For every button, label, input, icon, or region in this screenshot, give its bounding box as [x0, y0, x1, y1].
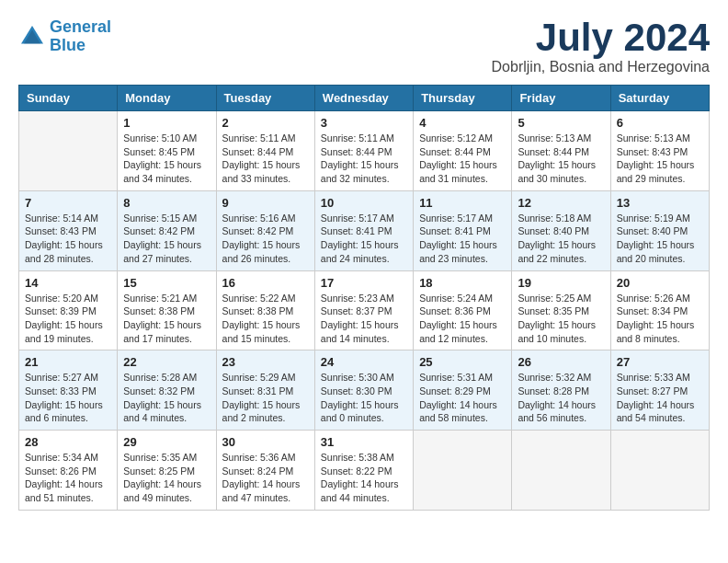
day-info: Sunrise: 5:17 AMSunset: 8:41 PMDaylight:…: [321, 212, 407, 266]
table-row: 2 Sunrise: 5:11 AMSunset: 8:44 PMDayligh…: [216, 111, 314, 191]
month-title: July 2024: [492, 18, 710, 57]
day-info: Sunrise: 5:18 AMSunset: 8:40 PMDaylight:…: [518, 212, 604, 266]
day-number: 12: [518, 196, 604, 210]
day-number: 4: [419, 116, 506, 130]
table-row: 11 Sunrise: 5:17 AMSunset: 8:41 PMDaylig…: [414, 190, 512, 270]
day-number: 10: [321, 196, 407, 210]
header-saturday: Saturday: [610, 86, 709, 111]
day-info: Sunrise: 5:11 AMSunset: 8:44 PMDaylight:…: [321, 132, 407, 186]
day-info: Sunrise: 5:12 AMSunset: 8:44 PMDaylight:…: [419, 132, 506, 186]
day-number: 7: [25, 196, 111, 210]
day-number: 3: [321, 116, 407, 130]
day-info: Sunrise: 5:34 AMSunset: 8:26 PMDaylight:…: [25, 451, 111, 505]
header-monday: Monday: [118, 86, 216, 111]
logo-icon: [18, 23, 46, 51]
day-info: Sunrise: 5:24 AMSunset: 8:36 PMDaylight:…: [419, 292, 506, 346]
day-info: Sunrise: 5:33 AMSunset: 8:27 PMDaylight:…: [617, 371, 703, 425]
table-row: 14 Sunrise: 5:20 AMSunset: 8:39 PMDaylig…: [19, 270, 118, 350]
day-number: 6: [617, 116, 703, 130]
calendar-week-row: 14 Sunrise: 5:20 AMSunset: 8:39 PMDaylig…: [19, 270, 710, 350]
table-row: 17 Sunrise: 5:23 AMSunset: 8:37 PMDaylig…: [314, 270, 413, 350]
weekday-header-row: Sunday Monday Tuesday Wednesday Thursday…: [19, 86, 710, 111]
day-info: Sunrise: 5:32 AMSunset: 8:28 PMDaylight:…: [518, 371, 604, 425]
calendar-week-row: 21 Sunrise: 5:27 AMSunset: 8:33 PMDaylig…: [19, 350, 710, 431]
day-number: 17: [321, 276, 407, 290]
day-info: Sunrise: 5:36 AMSunset: 8:24 PMDaylight:…: [222, 451, 309, 505]
table-row: 13 Sunrise: 5:19 AMSunset: 8:40 PMDaylig…: [610, 190, 709, 270]
day-info: Sunrise: 5:27 AMSunset: 8:33 PMDaylight:…: [25, 371, 111, 425]
table-row: 12 Sunrise: 5:18 AMSunset: 8:40 PMDaylig…: [512, 190, 610, 270]
header-wednesday: Wednesday: [314, 86, 413, 111]
table-row: 22 Sunrise: 5:28 AMSunset: 8:32 PMDaylig…: [118, 350, 216, 431]
day-number: 14: [25, 276, 111, 290]
calendar-title-area: July 2024 Dobrljin, Bosnia and Herzegovi…: [492, 18, 710, 75]
day-number: 29: [123, 435, 210, 449]
day-number: 30: [222, 435, 309, 449]
day-info: Sunrise: 5:31 AMSunset: 8:29 PMDaylight:…: [419, 371, 506, 425]
day-number: 31: [321, 435, 407, 449]
day-number: 13: [617, 196, 703, 210]
day-info: Sunrise: 5:15 AMSunset: 8:42 PMDaylight:…: [123, 212, 210, 266]
table-row: 29 Sunrise: 5:35 AMSunset: 8:25 PMDaylig…: [118, 431, 216, 511]
table-row: 31 Sunrise: 5:38 AMSunset: 8:22 PMDaylig…: [314, 431, 413, 511]
day-number: 20: [617, 276, 703, 290]
day-info: Sunrise: 5:21 AMSunset: 8:38 PMDaylight:…: [123, 292, 210, 346]
day-number: 18: [419, 276, 506, 290]
page-header: General Blue July 2024 Dobrljin, Bosnia …: [18, 18, 710, 75]
day-info: Sunrise: 5:25 AMSunset: 8:35 PMDaylight:…: [518, 292, 604, 346]
day-number: 28: [25, 435, 111, 449]
table-row: [414, 431, 512, 511]
day-number: 23: [222, 355, 309, 369]
table-row: 5 Sunrise: 5:13 AMSunset: 8:44 PMDayligh…: [512, 111, 610, 191]
day-info: Sunrise: 5:19 AMSunset: 8:40 PMDaylight:…: [617, 212, 703, 266]
table-row: 25 Sunrise: 5:31 AMSunset: 8:29 PMDaylig…: [414, 350, 512, 431]
day-info: Sunrise: 5:30 AMSunset: 8:30 PMDaylight:…: [321, 371, 407, 425]
table-row: [610, 431, 709, 511]
calendar-week-row: 1 Sunrise: 5:10 AMSunset: 8:45 PMDayligh…: [19, 111, 710, 191]
table-row: 6 Sunrise: 5:13 AMSunset: 8:43 PMDayligh…: [610, 111, 709, 191]
day-number: 1: [123, 116, 210, 130]
day-info: Sunrise: 5:22 AMSunset: 8:38 PMDaylight:…: [222, 292, 309, 346]
table-row: 30 Sunrise: 5:36 AMSunset: 8:24 PMDaylig…: [216, 431, 314, 511]
logo-blue: Blue: [50, 36, 85, 54]
header-thursday: Thursday: [414, 86, 512, 111]
day-info: Sunrise: 5:29 AMSunset: 8:31 PMDaylight:…: [222, 371, 309, 425]
day-info: Sunrise: 5:23 AMSunset: 8:37 PMDaylight:…: [321, 292, 407, 346]
header-sunday: Sunday: [19, 86, 118, 111]
day-number: 11: [419, 196, 506, 210]
day-info: Sunrise: 5:17 AMSunset: 8:41 PMDaylight:…: [419, 212, 506, 266]
day-number: 2: [222, 116, 309, 130]
day-info: Sunrise: 5:35 AMSunset: 8:25 PMDaylight:…: [123, 451, 210, 505]
day-number: 27: [617, 355, 703, 369]
table-row: 18 Sunrise: 5:24 AMSunset: 8:36 PMDaylig…: [414, 270, 512, 350]
day-info: Sunrise: 5:11 AMSunset: 8:44 PMDaylight:…: [222, 132, 309, 186]
day-number: 16: [222, 276, 309, 290]
calendar-week-row: 7 Sunrise: 5:14 AMSunset: 8:43 PMDayligh…: [19, 190, 710, 270]
table-row: 19 Sunrise: 5:25 AMSunset: 8:35 PMDaylig…: [512, 270, 610, 350]
table-row: 27 Sunrise: 5:33 AMSunset: 8:27 PMDaylig…: [610, 350, 709, 431]
day-info: Sunrise: 5:13 AMSunset: 8:44 PMDaylight:…: [518, 132, 604, 186]
table-row: 21 Sunrise: 5:27 AMSunset: 8:33 PMDaylig…: [19, 350, 118, 431]
day-info: Sunrise: 5:28 AMSunset: 8:32 PMDaylight:…: [123, 371, 210, 425]
table-row: 26 Sunrise: 5:32 AMSunset: 8:28 PMDaylig…: [512, 350, 610, 431]
table-row: 20 Sunrise: 5:26 AMSunset: 8:34 PMDaylig…: [610, 270, 709, 350]
table-row: [19, 111, 118, 191]
location-title: Dobrljin, Bosnia and Herzegovina: [492, 59, 710, 75]
day-number: 25: [419, 355, 506, 369]
table-row: [512, 431, 610, 511]
logo: General Blue: [18, 18, 111, 55]
day-number: 21: [25, 355, 111, 369]
table-row: 4 Sunrise: 5:12 AMSunset: 8:44 PMDayligh…: [414, 111, 512, 191]
day-info: Sunrise: 5:20 AMSunset: 8:39 PMDaylight:…: [25, 292, 111, 346]
day-info: Sunrise: 5:26 AMSunset: 8:34 PMDaylight:…: [617, 292, 703, 346]
table-row: 1 Sunrise: 5:10 AMSunset: 8:45 PMDayligh…: [118, 111, 216, 191]
day-number: 19: [518, 276, 604, 290]
day-number: 15: [123, 276, 210, 290]
header-tuesday: Tuesday: [216, 86, 314, 111]
day-info: Sunrise: 5:10 AMSunset: 8:45 PMDaylight:…: [123, 132, 210, 186]
day-info: Sunrise: 5:13 AMSunset: 8:43 PMDaylight:…: [617, 132, 703, 186]
day-info: Sunrise: 5:14 AMSunset: 8:43 PMDaylight:…: [25, 212, 111, 266]
calendar-table: Sunday Monday Tuesday Wednesday Thursday…: [18, 85, 710, 511]
logo-text: General Blue: [50, 18, 111, 55]
day-number: 24: [321, 355, 407, 369]
